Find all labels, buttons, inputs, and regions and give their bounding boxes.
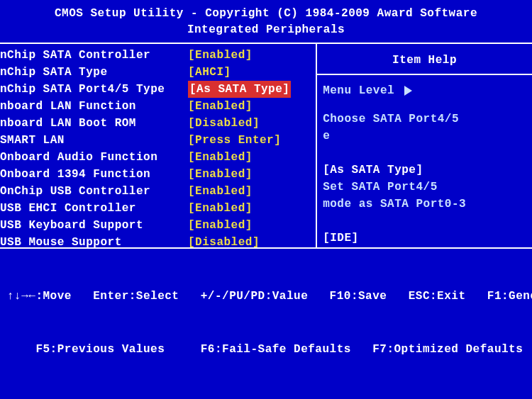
setting-value[interactable]: [Enabled] [188, 217, 253, 234]
setting-label: nboard LAN Boot ROM [0, 115, 188, 132]
setting-value[interactable]: [AHCI] [188, 64, 231, 81]
setting-value[interactable]: [Disabled] [188, 234, 260, 247]
menu-level-label: Menu Level [323, 82, 394, 99]
setting-label: nChip SATA Type [0, 64, 188, 81]
setting-label: OnChip USB Controller [0, 183, 188, 200]
header: CMOS Setup Utility - Copyright (C) 1984-… [0, 0, 532, 44]
setting-row[interactable]: nboard LAN Function[Enabled] [0, 98, 311, 115]
help-as-sata-body: Set SATA Port4/5 mode as SATA Port0-3 [323, 179, 526, 213]
setting-label: USB Keyboard Support [0, 217, 188, 234]
help-choose: Choose SATA Port4/5 e [323, 111, 526, 145]
setting-label: nboard LAN Function [0, 98, 188, 115]
setting-row[interactable]: nboard LAN Boot ROM[Disabled] [0, 115, 311, 132]
main-area: nChip SATA Controller[Enabled]nChip SATA… [0, 44, 532, 247]
setting-value[interactable]: [Enabled] [188, 47, 253, 64]
setting-value[interactable]: [Enabled] [188, 98, 253, 115]
setting-label: USB EHCI Controller [0, 200, 188, 217]
setting-value[interactable]: [Enabled] [188, 149, 253, 166]
setting-value[interactable]: [Disabled] [188, 115, 260, 132]
footer: ↑↓→←:Move Enter:Select +/-/PU/PD:Value F… [0, 247, 532, 399]
menu-level-row: Menu Level [323, 82, 526, 99]
setting-row[interactable]: SMART LAN[Press Enter] [0, 132, 311, 149]
setting-row[interactable]: USB Mouse Support[Disabled] [0, 234, 311, 247]
footer-line2: F5:Previous Values F6:Fail-Safe Defaults… [7, 341, 525, 359]
setting-row[interactable]: USB EHCI Controller[Enabled] [0, 200, 311, 217]
setting-value[interactable]: [Enabled] [188, 166, 253, 183]
setting-row[interactable]: OnChip USB Controller[Enabled] [0, 183, 311, 200]
setting-value[interactable]: [Enabled] [188, 200, 253, 217]
help-as-sata-heading: [As SATA Type] [323, 162, 526, 179]
setting-label: USB Mouse Support [0, 234, 188, 247]
header-line1: CMOS Setup Utility - Copyright (C) 1984-… [0, 6, 532, 22]
help-body: Menu Level Choose SATA Port4/5 e [As SAT… [317, 75, 532, 247]
setting-label: Onboard 1394 Function [0, 166, 188, 183]
bios-screen: CMOS Setup Utility - Copyright (C) 1984-… [0, 0, 532, 399]
help-pane: Item Help Menu Level Choose SATA Port4/5… [317, 44, 532, 247]
setting-value[interactable]: [As SATA Type] [188, 81, 291, 98]
setting-row[interactable]: nChip SATA Controller[Enabled] [0, 47, 311, 64]
setting-row[interactable]: nChip SATA Port4/5 Type[As SATA Type] [0, 81, 311, 98]
setting-label: Onboard Audio Function [0, 149, 188, 166]
setting-label: SMART LAN [0, 132, 188, 149]
setting-row[interactable]: Onboard Audio Function[Enabled] [0, 149, 311, 166]
settings-pane[interactable]: nChip SATA Controller[Enabled]nChip SATA… [0, 44, 317, 247]
help-title: Item Help [317, 44, 532, 75]
setting-row[interactable]: Onboard 1394 Function[Enabled] [0, 166, 311, 183]
footer-line1: ↑↓→←:Move Enter:Select +/-/PU/PD:Value F… [7, 288, 525, 305]
setting-value[interactable]: [Enabled] [188, 183, 253, 200]
setting-label: nChip SATA Controller [0, 47, 188, 64]
setting-row[interactable]: USB Keyboard Support[Enabled] [0, 217, 311, 234]
header-line2: Integrated Peripherals [0, 22, 532, 38]
setting-value[interactable]: [Press Enter] [188, 132, 281, 149]
chevron-right-icon [404, 86, 412, 96]
setting-row[interactable]: nChip SATA Type[AHCI] [0, 64, 311, 81]
setting-label: nChip SATA Port4/5 Type [0, 81, 188, 98]
help-ide-heading: [IDE] [323, 230, 526, 247]
